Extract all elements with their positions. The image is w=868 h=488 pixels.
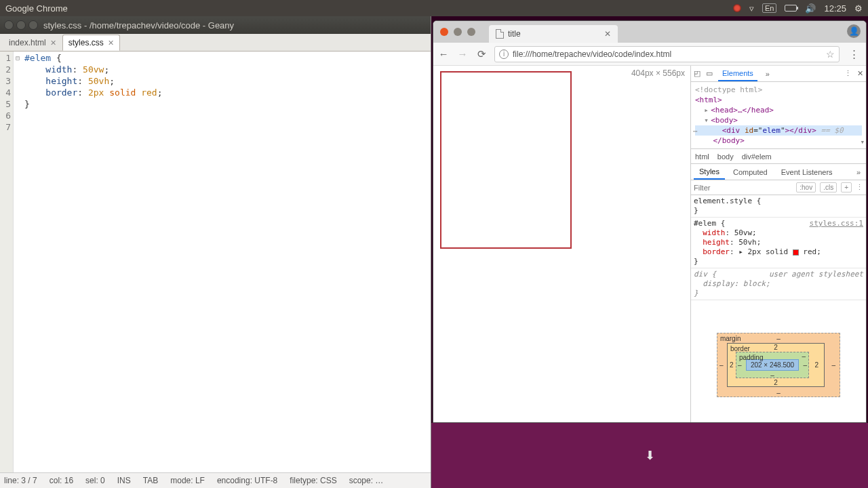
- rule-source-link[interactable]: styles.css:1: [810, 219, 863, 228]
- styles-filter-input[interactable]: [694, 184, 792, 192]
- crumb-div-elem[interactable]: div#elem: [742, 152, 772, 161]
- close-tab-icon[interactable]: ✕: [108, 39, 114, 47]
- devtools-tab-elements[interactable]: Elements: [718, 66, 757, 81]
- dom-selected-node[interactable]: ⋯ <div id="elem"></div> == $0: [695, 125, 862, 136]
- address-bar[interactable]: i file:///home/trepachev/video/code/inde…: [494, 46, 840, 62]
- profile-avatar-icon[interactable]: 👤: [847, 24, 861, 38]
- device-toolbar-icon[interactable]: ▭: [706, 69, 713, 78]
- hov-toggle[interactable]: :hov: [796, 182, 816, 192]
- status-tab: TAB: [143, 476, 158, 485]
- volume-icon[interactable]: 🔊: [805, 3, 816, 14]
- devtools-toolbar: ◰ ▭ Elements » ⋮ ✕: [691, 66, 866, 82]
- window-minimize-button[interactable]: [16, 20, 26, 30]
- page-viewport[interactable]: 404px × 556px: [433, 66, 691, 422]
- close-tab-icon[interactable]: ✕: [604, 29, 611, 39]
- download-indicator-icon[interactable]: ⬇: [645, 448, 655, 463]
- status-scope: scope: …: [349, 476, 384, 485]
- styles-tabs: Styles Computed Event Listeners »: [691, 164, 866, 180]
- styles-menu-icon[interactable]: ⋮: [856, 183, 863, 192]
- window-minimize-button[interactable]: [454, 28, 462, 36]
- status-mode: mode: LF: [170, 476, 205, 485]
- url-text: file:///home/trepachev/video/code/index.…: [513, 49, 671, 59]
- rule-elem: styles.css:1 #elem { width: 50vw; height…: [691, 218, 866, 268]
- geany-status-bar: line: 3 / 7 col: 16 sel: 0 INS TAB mode:…: [0, 472, 431, 488]
- rule-element-style: element.style { }: [691, 195, 866, 218]
- window-maximize-button[interactable]: [467, 28, 475, 36]
- language-indicator[interactable]: En: [762, 3, 776, 13]
- code-area[interactable]: #elem { width: 50vw; height: 50vh; borde…: [22, 52, 165, 472]
- styles-tab-styles[interactable]: Styles: [694, 165, 725, 180]
- geany-tab-styles-css[interactable]: styles.css✕: [62, 35, 120, 51]
- status-filetype: filetype: CSS: [290, 476, 336, 485]
- forward-button[interactable]: →: [456, 48, 469, 60]
- devtools-menu-icon[interactable]: ⋮: [844, 69, 852, 78]
- settings-gear-icon[interactable]: ⚙: [854, 3, 863, 14]
- viewport-dimensions-label: 404px × 556px: [631, 68, 685, 78]
- new-style-rule-button[interactable]: +: [841, 182, 852, 192]
- close-tab-icon[interactable]: ✕: [50, 39, 56, 47]
- site-info-icon[interactable]: i: [499, 49, 509, 59]
- scroll-down-icon[interactable]: ▾: [860, 137, 865, 147]
- styles-filter-row: :hov .cls + ⋮: [691, 180, 866, 195]
- geany-tab-index-html[interactable]: index.html✕: [3, 35, 62, 51]
- more-tabs-icon[interactable]: »: [856, 168, 863, 176]
- css-rules-panel[interactable]: element.style { } styles.css:1 #elem { w…: [691, 195, 866, 300]
- geany-titlebar[interactable]: styles.css - /home/trepachev/video/code …: [0, 16, 431, 34]
- fold-gutter[interactable]: ⊟: [14, 52, 22, 472]
- system-tray: ▿ En 🔊 12:25 ⚙: [733, 3, 868, 14]
- battery-icon[interactable]: [785, 5, 797, 12]
- status-encoding: encoding: UTF-8: [217, 476, 277, 485]
- window-close-button[interactable]: [4, 20, 14, 30]
- devtools-close-icon[interactable]: ✕: [857, 69, 863, 78]
- styles-tab-computed[interactable]: Computed: [728, 165, 773, 179]
- chrome-menu-button[interactable]: ⋮: [846, 48, 862, 60]
- desktop-background-area: ⬇: [431, 423, 868, 488]
- back-button[interactable]: ←: [437, 48, 450, 60]
- network-icon[interactable]: ▿: [749, 3, 754, 14]
- status-col: col: 16: [50, 476, 73, 485]
- browser-tab[interactable]: title ✕: [489, 25, 618, 43]
- active-window-title: Google Chrome: [0, 3, 68, 14]
- record-indicator-icon[interactable]: [733, 4, 741, 12]
- window-maximize-button[interactable]: [28, 20, 38, 30]
- styles-tab-event-listeners[interactable]: Event Listeners: [776, 165, 838, 179]
- dom-doctype[interactable]: <!doctype html>: [695, 85, 862, 95]
- chrome-tab-strip[interactable]: title ✕ 👤: [433, 21, 866, 43]
- geany-window-title: styles.css - /home/trepachev/video/code …: [43, 20, 234, 30]
- more-tabs-icon[interactable]: »: [766, 70, 770, 78]
- status-sel: sel: 0: [85, 476, 105, 485]
- geany-editor-window: styles.css - /home/trepachev/video/code …: [0, 16, 431, 488]
- status-line: line: 3 / 7: [4, 476, 37, 485]
- clock[interactable]: 12:25: [824, 3, 846, 14]
- chrome-devtools: ◰ ▭ Elements » ⋮ ✕ <!doctype html> <html…: [691, 66, 866, 422]
- inspect-element-icon[interactable]: ◰: [694, 69, 701, 78]
- window-close-button[interactable]: [440, 28, 448, 36]
- rendered-div-elem: [440, 71, 572, 249]
- rule-user-agent: user agent stylesheet div { display: blo…: [691, 268, 866, 300]
- system-menu-bar: Google Chrome ▿ En 🔊 12:25 ⚙: [0, 0, 868, 16]
- chrome-toolbar: ← → ⟳ i file:///home/trepachev/video/cod…: [433, 43, 866, 66]
- tab-title: title: [508, 29, 521, 39]
- dom-tree[interactable]: <!doctype html> <html> ▸<head>…</head> ▾…: [691, 82, 866, 149]
- status-ins: INS: [117, 476, 131, 485]
- box-model-diagram[interactable]: margin – – – – border 2 2 2 2 padding –: [691, 300, 866, 422]
- geany-tab-bar: index.html✕ styles.css✕: [0, 34, 431, 52]
- chrome-browser-window: title ✕ 👤 ← → ⟳ i file:///home/trepachev…: [433, 20, 867, 423]
- color-swatch-icon[interactable]: [793, 249, 799, 256]
- reload-button[interactable]: ⟳: [475, 48, 488, 60]
- bookmark-star-icon[interactable]: ☆: [826, 49, 835, 60]
- crumb-html[interactable]: html: [695, 152, 709, 161]
- page-icon: [496, 29, 504, 39]
- crumb-body[interactable]: body: [717, 152, 734, 161]
- cls-toggle[interactable]: .cls: [820, 182, 837, 192]
- line-number-gutter: 1234567: [0, 52, 14, 472]
- dom-breadcrumbs: html body div#elem: [691, 149, 866, 164]
- geany-code-editor[interactable]: 1234567 ⊟ #elem { width: 50vw; height: 5…: [0, 52, 431, 472]
